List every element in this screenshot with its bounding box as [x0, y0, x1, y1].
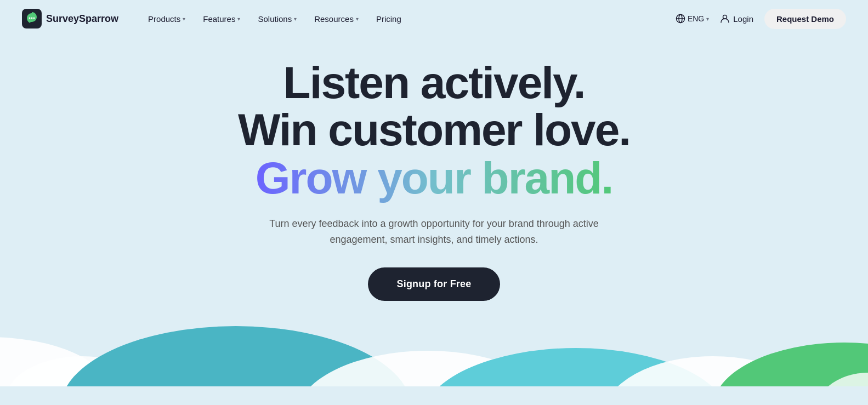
hero-line2: Win customer love. [238, 106, 630, 153]
hills-illustration [0, 321, 868, 386]
globe-icon [676, 14, 685, 24]
nav-solutions[interactable]: Solutions ▾ [250, 10, 304, 28]
language-selector[interactable]: ENG ▾ [676, 14, 709, 24]
nav-right: ENG ▾ Login Request Demo [676, 9, 846, 29]
features-chevron-icon: ▾ [237, 16, 240, 22]
nav-features[interactable]: Features ▾ [195, 10, 248, 28]
solutions-chevron-icon: ▾ [294, 16, 297, 22]
login-link[interactable]: Login [720, 14, 753, 24]
svg-point-3 [33, 18, 35, 19]
logo-text: SurveySparrow [46, 13, 118, 25]
hero-line3: Grow your brand. [256, 153, 612, 203]
logo-link[interactable]: SurveySparrow [22, 9, 118, 28]
hero-subtitle: Turn every feedback into a growth opport… [264, 216, 604, 248]
products-chevron-icon: ▾ [183, 16, 185, 22]
request-demo-button[interactable]: Request Demo [764, 9, 846, 29]
signup-button[interactable]: Signup for Free [368, 267, 500, 301]
nav-resources[interactable]: Resources ▾ [307, 10, 366, 28]
hero-section: Listen actively. Win customer love. Grow… [0, 37, 868, 301]
nav-products[interactable]: Products ▾ [140, 10, 193, 28]
lang-chevron-icon: ▾ [706, 16, 709, 22]
resources-chevron-icon: ▾ [356, 16, 359, 22]
main-nav: SurveySparrow Products ▾ Features ▾ Solu… [0, 0, 868, 37]
nav-links: Products ▾ Features ▾ Solutions ▾ Resour… [140, 10, 676, 28]
svg-point-2 [31, 18, 33, 19]
user-icon [720, 14, 730, 24]
nav-pricing[interactable]: Pricing [368, 10, 409, 28]
svg-point-1 [29, 18, 31, 19]
logo-icon [22, 9, 42, 28]
hero-line1: Listen actively. [283, 59, 585, 106]
